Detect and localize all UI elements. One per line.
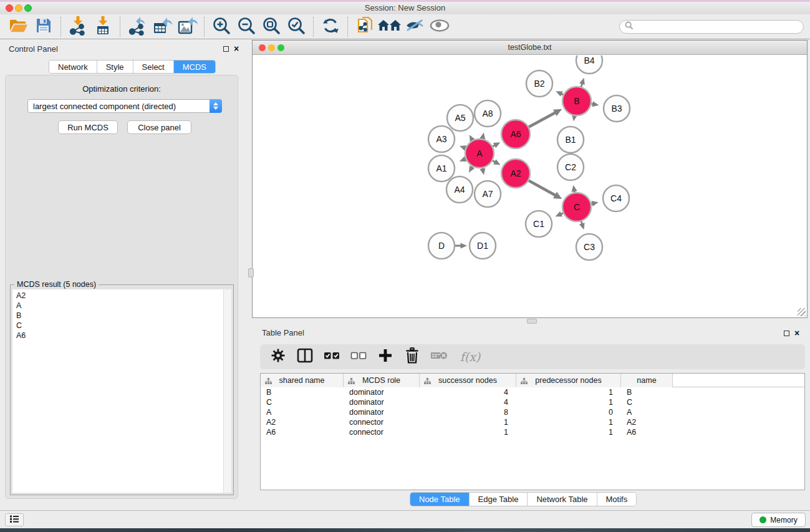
shared-column-icon — [348, 377, 355, 386]
hide-graphics-details-button[interactable] — [402, 16, 427, 38]
add-column-button[interactable] — [376, 347, 395, 366]
graph-node-A[interactable]: A — [465, 139, 494, 168]
float-table-panel-icon[interactable] — [784, 331, 789, 336]
result-item[interactable]: B — [16, 311, 219, 321]
zoom-selected-button[interactable] — [284, 16, 309, 38]
splitter-handle-horizontal[interactable] — [527, 319, 537, 324]
column-header-shared-name[interactable]: shared name — [261, 374, 344, 387]
graph-node-A1[interactable]: A1 — [428, 155, 455, 181]
export-table-button[interactable] — [150, 16, 175, 38]
table-settings-button[interactable] — [269, 347, 287, 366]
open-session-button[interactable] — [6, 16, 31, 38]
table-row[interactable]: A6connector11A6 — [261, 427, 804, 437]
result-scrollbar[interactable] — [223, 289, 231, 493]
graph-node-A4[interactable]: A4 — [446, 177, 473, 203]
function-builder-button[interactable]: f(x) — [456, 347, 484, 366]
tab-edge-table[interactable]: Edge Table — [470, 493, 528, 506]
splitter-handle-vertical[interactable] — [248, 268, 254, 278]
zoom-in-icon — [212, 16, 231, 37]
deselect-all-button[interactable] — [349, 347, 368, 366]
graph-node-A2[interactable]: A2 — [501, 159, 530, 188]
graph-node-B4[interactable]: B4 — [576, 56, 602, 74]
graph-node-D[interactable]: D — [428, 233, 455, 259]
refresh-button[interactable] — [318, 16, 343, 38]
zoom-in-button[interactable] — [209, 16, 234, 38]
graph-node-A5[interactable]: A5 — [447, 105, 473, 131]
clone-network-button[interactable] — [352, 16, 377, 38]
graph-node-A3[interactable]: A3 — [428, 126, 455, 152]
delete-column-button[interactable] — [403, 347, 422, 366]
edge-arrowhead — [579, 223, 585, 230]
table-row[interactable]: Adominator80A — [261, 407, 804, 417]
toolbar-separator — [347, 17, 348, 37]
column-header-predecessor-nodes[interactable]: predecessor nodes — [516, 374, 621, 387]
column-header-MCDS-role[interactable]: MCDS role — [344, 374, 420, 387]
export-network-button[interactable] — [125, 16, 150, 38]
resize-grip[interactable] — [798, 308, 806, 316]
tab-mcds[interactable]: MCDS — [174, 60, 215, 73]
search-input[interactable] — [637, 22, 798, 31]
select-all-button[interactable] — [322, 347, 341, 366]
table-row[interactable]: Cdominator41C — [261, 397, 804, 407]
graph-node-C1[interactable]: C1 — [526, 211, 552, 237]
export-image-button[interactable] — [175, 16, 200, 38]
table-toolbar: f(x) — [260, 344, 805, 369]
save-session-button[interactable] — [31, 16, 56, 38]
edge-arrowhead — [579, 78, 585, 85]
mcds-result-group: MCDS result (5 nodes) A2ABCA6 — [10, 284, 234, 495]
tab-network-table[interactable]: Network Table — [528, 493, 597, 506]
import-table-button[interactable] — [90, 16, 115, 38]
close-panel-icon[interactable]: × — [234, 45, 239, 52]
table-row[interactable]: A2connector11A2 — [261, 417, 804, 427]
tab-motifs[interactable]: Motifs — [597, 493, 637, 506]
graph-node-A6[interactable]: A6 — [501, 120, 530, 148]
graph-node-A8[interactable]: A8 — [475, 100, 501, 127]
graph-node-C2[interactable]: C2 — [557, 154, 584, 180]
result-item[interactable]: A6 — [16, 331, 219, 341]
cell-shared-name: A2 — [261, 417, 344, 427]
close-table-panel-icon[interactable]: × — [794, 329, 799, 337]
table-body: Bdominator41BCdominator41CAdominator80AA… — [261, 387, 804, 437]
zoom-out-button[interactable] — [234, 16, 259, 38]
memory-button[interactable]: Memory — [751, 513, 806, 527]
graph-node-C3[interactable]: C3 — [576, 234, 602, 260]
shared-column-icon — [521, 377, 528, 386]
close-panel-button[interactable]: Close panel — [127, 120, 191, 134]
cell-successor-nodes: 1 — [420, 427, 516, 437]
delete-table-button[interactable] — [430, 347, 448, 366]
import-network-button[interactable] — [65, 16, 90, 38]
home-button[interactable] — [377, 16, 402, 38]
float-panel-icon[interactable] — [223, 46, 229, 52]
zoom-fit-button[interactable] — [259, 16, 284, 38]
graph-node-C4[interactable]: C4 — [603, 185, 629, 211]
run-mcds-button[interactable]: Run MCDS — [58, 120, 118, 134]
graph-node-D1[interactable]: D1 — [470, 233, 496, 259]
table-row[interactable]: Bdominator41B — [261, 387, 804, 397]
result-item[interactable]: A — [16, 301, 219, 311]
result-item[interactable]: C — [16, 321, 219, 331]
result-item[interactable]: A2 — [16, 291, 219, 301]
zoom-selected-icon — [287, 16, 306, 37]
task-history-button[interactable] — [5, 513, 24, 526]
graph-node-B1[interactable]: B1 — [557, 127, 584, 153]
network-graph[interactable]: B4B2BB3B1A5A8A6A3AA1C2A2A4A7C4CC1C3DD1 — [253, 56, 806, 317]
cell-shared-name: A6 — [261, 427, 344, 437]
cell-predecessor-nodes: 1 — [516, 387, 621, 397]
show-columns-button[interactable] — [296, 347, 314, 366]
graph-node-A7[interactable]: A7 — [475, 181, 501, 207]
edge-arrowhead — [592, 101, 599, 107]
show-graphics-details-button[interactable] — [427, 16, 452, 38]
tab-select[interactable]: Select — [133, 60, 174, 73]
graph-node-C[interactable]: C — [562, 193, 591, 221]
column-header-successor-nodes[interactable]: successor nodes — [420, 374, 516, 387]
optimization-criterion-select[interactable]: largest connected component (directed) — [27, 99, 222, 113]
tab-node-table[interactable]: Node Table — [410, 493, 470, 506]
graph-node-B3[interactable]: B3 — [604, 95, 630, 122]
export-image-icon — [176, 16, 198, 38]
graph-node-B2[interactable]: B2 — [526, 70, 552, 97]
tab-style[interactable]: Style — [97, 60, 133, 73]
tab-network[interactable]: Network — [49, 60, 97, 73]
graph-node-B[interactable]: B — [562, 87, 591, 115]
desktop-edge — [0, 528, 810, 532]
column-header-name[interactable]: name — [621, 374, 673, 387]
